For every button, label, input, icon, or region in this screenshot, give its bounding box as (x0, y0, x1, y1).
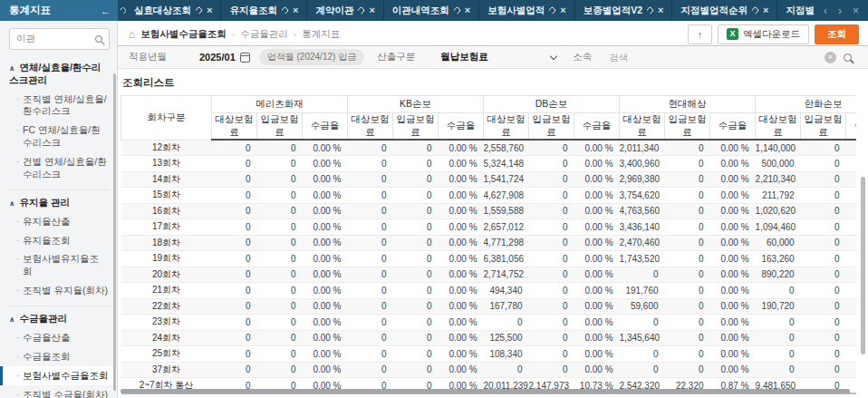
sidebar-section-title[interactable]: ∧유지율 관리 (9, 197, 110, 209)
search-icon[interactable] (95, 35, 102, 43)
sub-column-header[interactable]: 대상보험료 (756, 113, 801, 141)
tab-refresh-icon[interactable] (357, 6, 366, 15)
sub-column-header[interactable]: 대상보험료 (484, 113, 529, 141)
table-row[interactable]: 16회차000.00 %000.00 %1,559,58800.00 %4,76… (121, 203, 857, 219)
tab-refresh-icon[interactable] (751, 6, 760, 15)
sub-column-header[interactable]: 대상보험료 (212, 113, 257, 141)
sidebar-item[interactable]: 조직별 유지율(회차) (9, 282, 110, 301)
value-cell: 0.00 % (439, 283, 484, 299)
tab-item[interactable]: 계약이관× (307, 0, 383, 21)
tab-item[interactable]: 이관내역조회× (384, 0, 479, 21)
tab-item[interactable]: 보종별업적V2× (575, 0, 673, 21)
sub-column-header[interactable]: 대상보험료 (620, 113, 665, 141)
sub-column-header[interactable]: 수금율 (439, 113, 484, 141)
tab-refresh-icon[interactable] (195, 6, 204, 15)
sidebar-item[interactable]: 조직별 수금율(회차) (9, 385, 110, 398)
table-row[interactable]: 25회차000.00 %000.00 %108,34000.00 %000.00… (121, 346, 857, 363)
sidebar-collapse-icon[interactable]: ← (101, 5, 111, 16)
table-row[interactable]: 15회차000.00 %000.00 %4,627,90800.00 %3,75… (121, 188, 857, 204)
sidebar-item-active[interactable]: 보험사별수금율조회 (0, 366, 117, 385)
dept-search-input[interactable] (609, 52, 825, 63)
table-row[interactable]: 22회차000.00 %000.00 %167,78000.00 %59,600… (121, 298, 857, 315)
tab-refresh-icon[interactable] (452, 6, 461, 15)
value-cell: 0 (801, 171, 846, 188)
apply-month-field[interactable]: 2025/01 (199, 52, 250, 63)
excel-download-button[interactable]: X 엑셀다운로드 (718, 24, 809, 44)
tab-close-icon[interactable]: × (465, 5, 470, 15)
horizontal-scrollbar[interactable] (121, 389, 850, 393)
scroll-top-button[interactable]: ↑ (688, 24, 712, 44)
sidebar-section-title[interactable]: ∧연체/실효율/환수리스크관리 (9, 62, 110, 87)
tab-scroll-left-icon[interactable]: ‹ (824, 5, 827, 17)
sub-column-header[interactable]: 수금율 (846, 113, 856, 141)
table-row[interactable]: 24회차000.00 %000.00 %125,50000.00 %1,345,… (121, 330, 857, 346)
tab-refresh-icon[interactable] (548, 6, 557, 15)
value-cell: 0 (620, 267, 665, 283)
table-row[interactable]: 20회차000.00 %000.00 %2,714,75200.00 %000.… (121, 267, 857, 283)
sub-column-header[interactable]: 수금율 (710, 113, 756, 141)
value-cell: 0 (393, 330, 439, 346)
sidebar-search-box[interactable] (9, 28, 110, 50)
sidebar-item[interactable]: 유지율조회 (9, 231, 110, 250)
table-row[interactable]: 19회차000.00 %000.00 %6,381,05600.00 %1,74… (121, 251, 857, 267)
value-cell: 0.00 % (439, 346, 484, 363)
calc-type-select[interactable]: 월납보험료 (440, 51, 556, 63)
sub-column-header[interactable]: 수금율 (303, 113, 348, 141)
tab-scroll-right-icon[interactable]: › (838, 5, 842, 17)
company-group-header[interactable]: 한화손보 (756, 96, 856, 113)
company-group-header[interactable]: DB손보 (484, 96, 620, 113)
tab-close-icon[interactable]: × (658, 5, 663, 15)
sidebar-item[interactable]: 유지율산출 (9, 212, 110, 231)
sub-column-header[interactable]: 입금보험료 (257, 113, 303, 141)
calendar-icon[interactable] (240, 53, 250, 63)
sub-column-header[interactable]: 대상보험료 (348, 113, 393, 141)
table-row[interactable]: 21회차000.00 %000.00 %494,34000.00 %191,76… (121, 283, 857, 299)
tab-item[interactable]: 지점별× (777, 0, 815, 21)
vertical-scrollbar[interactable] (861, 177, 865, 354)
search-icon[interactable] (844, 53, 852, 62)
query-button[interactable]: 조회 (815, 24, 859, 44)
sidebar-section-title[interactable]: ∧수금율관리 (9, 313, 110, 325)
tab-item[interactable]: 유지율조회× (221, 0, 307, 21)
tab-item[interactable]: 지점별업적순위× (672, 0, 777, 21)
sidebar-item[interactable]: FC 연체/실효율/환수리스크 (9, 121, 110, 153)
company-group-header[interactable]: KB손보 (348, 96, 484, 113)
tab-nav: ‹ › × (815, 0, 868, 21)
sub-column-header[interactable]: 입금보험료 (529, 113, 574, 141)
tab-item[interactable]: 보험사별업적× (479, 0, 574, 21)
company-group-header[interactable]: 메리츠화재 (212, 96, 348, 113)
sub-column-header[interactable]: 입금보험료 (393, 113, 439, 141)
tab-close-icon[interactable]: × (369, 5, 374, 15)
table-row[interactable]: 14회차000.00 %000.00 %1,541,72400.00 %2,96… (121, 171, 857, 188)
column-header-round[interactable]: 회차구분 (121, 96, 212, 141)
sidebar-item[interactable]: 조직별 연체/실효율/환수리스크 (9, 90, 110, 121)
sidebar-search-input[interactable] (16, 34, 89, 44)
sidebar-item[interactable]: 건별 연체/실효율/환수리스크 (9, 152, 110, 184)
table-row[interactable]: 17회차000.00 %000.00 %2,657,01200.00 %3,43… (121, 219, 857, 236)
tab-close-icon[interactable]: × (560, 5, 565, 15)
sidebar-scrollbar[interactable] (113, 73, 116, 391)
tabs-close-icon[interactable]: × (853, 5, 859, 17)
sidebar-item[interactable]: 수금율산출 (9, 328, 110, 347)
tab-refresh-icon[interactable] (280, 6, 289, 15)
tab-close-icon[interactable]: × (763, 5, 768, 15)
table-row[interactable]: 18회차000.00 %000.00 %4,771,29800.00 %2,47… (121, 235, 857, 251)
sub-column-header[interactable]: 수금율 (574, 113, 620, 141)
sub-column-header[interactable]: 입금보험료 (665, 113, 710, 141)
table-row[interactable]: 12회차000.00 %000.00 %2,558,76000.00 %2,01… (121, 140, 857, 156)
tab-item[interactable]: 실효대상조회× (126, 0, 221, 21)
table-row[interactable]: 37회차000.00 %000.00 %000.00 %000.00 %00 (121, 362, 857, 378)
table-row[interactable]: 13회차000.00 %000.00 %5,324,14800.00 %3,40… (121, 156, 857, 172)
tab-refresh-icon[interactable] (646, 6, 655, 15)
table-row[interactable]: 23회차000.00 %000.00 %000.00 %000.00 %00 (121, 315, 857, 331)
sub-column-header[interactable]: 입금보험료 (801, 113, 846, 141)
sidebar-item[interactable]: 보험사별유지율조회 (9, 250, 110, 282)
tab-close-icon[interactable]: × (293, 5, 298, 15)
tab-close-icon[interactable]: × (207, 5, 212, 15)
clear-icon[interactable]: × (825, 52, 836, 63)
value-cell: 0 (529, 315, 574, 331)
company-group-header[interactable]: 현대해상 (620, 96, 756, 113)
sidebar-item[interactable]: 수금율조회 (9, 347, 110, 366)
value-cell: 163,260 (756, 251, 801, 267)
home-icon[interactable]: ⌂ (129, 29, 135, 40)
